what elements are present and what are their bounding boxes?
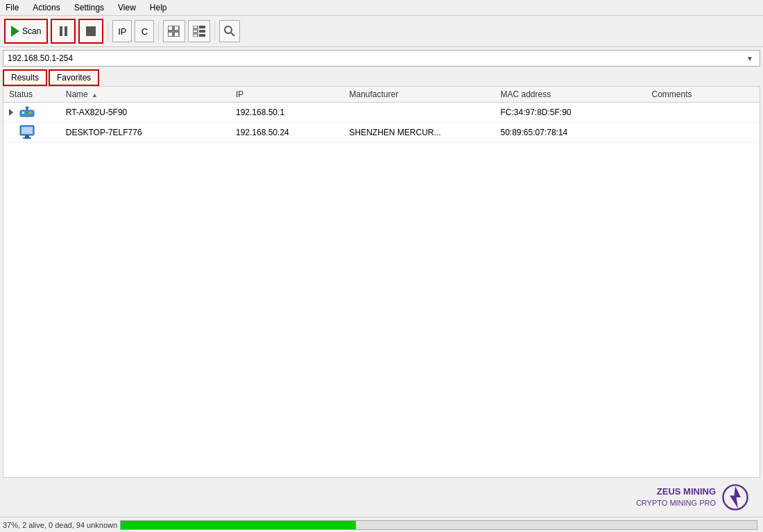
cell-name: RT-AX82U-5F90: [60, 103, 230, 123]
separator-3: [214, 22, 215, 41]
table-header-row: Status Name ▲ IP Manufacturer MAC addres…: [3, 87, 760, 103]
expand-icon[interactable]: [9, 109, 13, 116]
branding-text: ZEUS MINING CRYPTO MINING PRO: [636, 486, 716, 508]
menu-bar: File Actions Settings View Help: [0, 0, 763, 16]
search-button[interactable]: [219, 20, 240, 42]
menu-view[interactable]: View: [115, 1, 139, 14]
status-text: 37%, 2 alive, 0 dead, 94 unknown: [3, 521, 117, 529]
svg-rect-8: [193, 34, 198, 37]
col-header-ip[interactable]: IP: [230, 87, 344, 103]
main-content: Status Name ▲ IP Manufacturer MAC addres…: [3, 86, 760, 478]
menu-file[interactable]: File: [3, 1, 22, 14]
pc-icon: [19, 125, 35, 140]
cell-status: [3, 123, 60, 143]
svg-rect-3: [174, 32, 179, 37]
tab-favorites[interactable]: Favorites: [49, 69, 99, 86]
menu-settings[interactable]: Settings: [71, 1, 107, 14]
grid-icon: [168, 26, 180, 37]
address-dropdown[interactable]: ▼: [744, 53, 755, 64]
col-header-manufacturer[interactable]: Manufacturer: [343, 87, 495, 103]
branding: ZEUS MINING CRYPTO MINING PRO: [636, 483, 749, 511]
table-row[interactable]: RT-AX82U-5F90192.168.50.1FC:34:97:8D:5F:…: [3, 103, 760, 123]
search-icon: [224, 26, 235, 37]
svg-rect-4: [193, 26, 198, 28]
svg-line-11: [231, 33, 234, 36]
svg-rect-0: [168, 26, 173, 31]
play-icon: [11, 26, 19, 37]
svg-rect-20: [22, 127, 33, 134]
list-button[interactable]: [188, 20, 210, 42]
pause-button[interactable]: [51, 19, 76, 44]
stop-icon: [86, 26, 96, 36]
ip-label: IP: [118, 26, 126, 37]
cell-ip: 192.168.50.24: [230, 123, 344, 143]
svg-rect-2: [168, 32, 173, 37]
svg-rect-5: [199, 26, 205, 28]
router-icon: [19, 105, 35, 120]
cell-comments: [646, 103, 760, 123]
c-button[interactable]: C: [135, 20, 154, 42]
svg-rect-15: [29, 112, 31, 114]
menu-actions[interactable]: Actions: [30, 1, 62, 14]
svg-rect-21: [25, 135, 29, 137]
svg-rect-9: [199, 34, 205, 37]
progress-container: [120, 520, 757, 530]
svg-rect-13: [22, 112, 24, 114]
table-row[interactable]: DESKTOP-7ELF776192.168.50.24SHENZHEN MER…: [3, 123, 760, 143]
col-header-comments[interactable]: Comments: [646, 87, 760, 103]
cell-name: DESKTOP-7ELF776: [60, 123, 230, 143]
svg-rect-14: [26, 112, 28, 114]
c-label: C: [142, 26, 148, 37]
grid-button[interactable]: [163, 20, 185, 42]
list-icon: [193, 26, 205, 37]
svg-rect-22: [23, 137, 31, 139]
zeus-logo: [721, 483, 749, 511]
cell-manufacturer: SHENZHEN MERCUR...: [343, 123, 495, 143]
progress-bar: [121, 521, 356, 529]
results-table: Status Name ▲ IP Manufacturer MAC addres…: [3, 87, 760, 143]
cell-manufacturer: [343, 103, 495, 123]
branding-subtitle: CRYPTO MINING PRO: [636, 498, 716, 508]
svg-rect-7: [199, 30, 205, 33]
cell-comments: [646, 123, 760, 143]
svg-point-10: [225, 26, 232, 33]
branding-title: ZEUS MINING: [636, 486, 716, 498]
col-header-name[interactable]: Name ▲: [60, 87, 230, 103]
status-bar: 37%, 2 alive, 0 dead, 94 unknown: [0, 517, 763, 532]
svg-rect-1: [174, 26, 179, 31]
svg-rect-6: [193, 30, 198, 33]
separator-2: [158, 22, 159, 41]
cell-mac: 50:89:65:07:78:14: [495, 123, 646, 143]
tabs-area: Results Favorites: [0, 69, 763, 86]
menu-help[interactable]: Help: [147, 1, 170, 14]
col-header-status[interactable]: Status: [3, 87, 60, 103]
tab-results[interactable]: Results: [3, 69, 47, 86]
svg-marker-24: [730, 486, 741, 508]
cell-mac: FC:34:97:8D:5F:90: [495, 103, 646, 123]
scan-button[interactable]: Scan: [4, 19, 48, 44]
separator-1: [108, 22, 108, 41]
branding-area: ZEUS MINING CRYPTO MINING PRO: [0, 478, 763, 517]
col-header-mac[interactable]: MAC address: [495, 87, 646, 103]
stop-button[interactable]: [78, 19, 103, 44]
cell-status: [3, 103, 60, 123]
address-value[interactable]: 192.168.50.1-254: [8, 53, 744, 63]
ip-button[interactable]: IP: [112, 20, 132, 42]
cell-ip: 192.168.50.1: [230, 103, 344, 123]
sort-arrow-name: ▲: [92, 92, 98, 98]
scan-label: Scan: [22, 26, 41, 36]
address-bar: 192.168.50.1-254 ▼: [3, 50, 760, 67]
pause-icon: [60, 26, 67, 36]
toolbar: Scan IP C: [0, 16, 763, 47]
